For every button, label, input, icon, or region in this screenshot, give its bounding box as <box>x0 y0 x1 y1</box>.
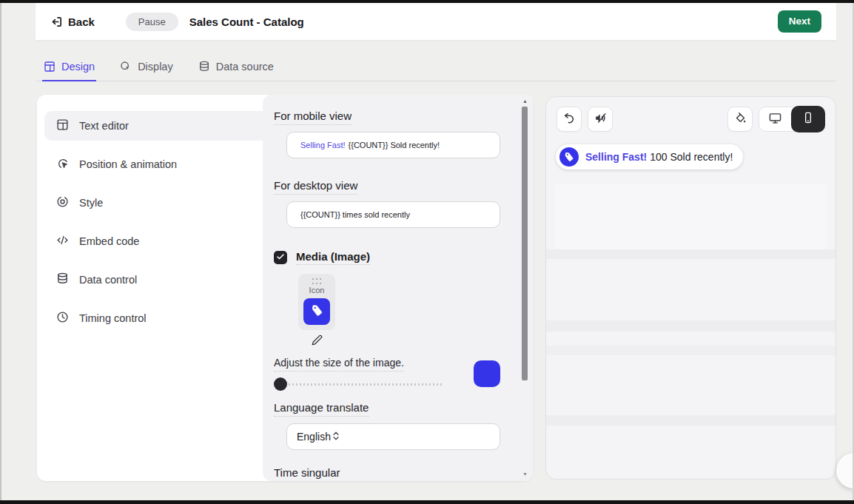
mute-button[interactable] <box>588 107 613 132</box>
time-singular-label: Time singular <box>274 466 340 481</box>
data-source-icon <box>198 61 210 73</box>
page-title: Sales Count - Catalog <box>189 16 304 28</box>
drag-handle-icon <box>312 278 322 285</box>
mobile-text-input[interactable]: Selling Fast! {{COUNT}} Sold recently! <box>286 132 500 158</box>
image-size-section: Adjust the size of the image. <box>274 356 511 391</box>
mobile-view-heading: For mobile view <box>274 110 352 125</box>
sidebar-item-data-control[interactable]: Data control <box>44 265 255 295</box>
notification-message: 100 Sold recently! <box>650 151 733 163</box>
window-frame-left <box>0 0 1 504</box>
mute-icon <box>594 112 607 127</box>
sidebar-item-label: Text editor <box>79 120 129 132</box>
slider-track[interactable] <box>289 383 443 386</box>
preview-panel: Selling Fast!100 Sold recently! <box>545 96 836 480</box>
desktop-view-button[interactable] <box>759 107 791 132</box>
scrollbar-up-arrow[interactable]: ▲ <box>521 98 529 104</box>
sidebar-item-timing-control[interactable]: Timing control <box>44 303 255 333</box>
preview-bg-stripe <box>546 346 835 355</box>
tag-icon <box>311 304 323 320</box>
edit-icon-button[interactable] <box>312 335 323 346</box>
language-translate-label: Language translate <box>274 401 369 417</box>
tab-data-source-label: Data source <box>216 61 274 73</box>
media-image-checkbox[interactable] <box>274 251 287 264</box>
settings-panel: Text editor Position & animation Style <box>37 95 533 481</box>
preview-bg-block <box>555 184 827 249</box>
sidebar-item-label: Data control <box>79 274 137 286</box>
data-control-icon <box>56 272 69 287</box>
device-toggle <box>759 107 825 132</box>
media-image-row: Media (Image) <box>274 250 511 265</box>
header-bar: Back Pause Sales Count - Catalog Next <box>36 3 836 40</box>
design-icon <box>44 61 56 73</box>
embed-code-icon <box>56 234 69 249</box>
tab-display[interactable]: Display <box>118 53 175 81</box>
desktop-text-input[interactable]: {{COUNT}} times sold recently <box>286 201 500 228</box>
mobile-text-highlight: Selling Fast! <box>300 141 346 149</box>
mobile-text-rest: {{COUNT}} Sold recently! <box>349 141 440 149</box>
checkmark-icon <box>276 251 285 264</box>
preview-toolbar <box>546 97 835 132</box>
desktop-text-value: {{COUNT}} times sold recently <box>300 210 410 219</box>
sidebar-item-embed-code[interactable]: Embed code <box>44 226 255 256</box>
display-icon <box>120 61 132 73</box>
image-size-slider[interactable] <box>274 377 474 391</box>
position-animation-icon <box>56 157 69 172</box>
desktop-view-heading: For desktop view <box>274 179 357 195</box>
mobile-view-button[interactable] <box>791 106 825 132</box>
editor-scrollbar[interactable]: ▲ ▼ <box>521 98 529 477</box>
icon-card-label: Icon <box>298 286 335 295</box>
image-size-preview <box>474 360 500 387</box>
monitor-icon <box>769 112 781 127</box>
media-icon-card[interactable]: Icon <box>298 274 335 330</box>
main-tabs: Design Display Data source <box>36 53 836 81</box>
back-icon <box>50 16 63 28</box>
status-badge[interactable]: Pause <box>126 13 178 31</box>
chevrons-up-down-icon <box>331 431 341 443</box>
design-sidebar: Text editor Position & animation Style <box>37 95 263 481</box>
undo-icon <box>563 112 575 127</box>
preview-bg-stripe <box>546 249 835 259</box>
reset-preview-button[interactable] <box>557 107 582 132</box>
image-size-label: Adjust the size of the image. <box>274 357 404 372</box>
preview-bg-stripe <box>546 320 835 332</box>
style-icon <box>56 195 69 210</box>
next-button[interactable]: Next <box>778 10 821 33</box>
tab-design-label: Design <box>61 61 95 73</box>
timing-control-icon <box>56 311 69 326</box>
fill-color-button[interactable] <box>727 107 753 132</box>
language-select-value: English <box>297 431 331 443</box>
back-button[interactable]: Back <box>50 16 95 28</box>
sidebar-item-position-animation[interactable]: Position & animation <box>44 149 255 179</box>
slider-thumb[interactable] <box>274 377 287 391</box>
preview-bg-stripe <box>546 415 835 426</box>
language-select[interactable]: English <box>286 423 500 450</box>
scrollbar-down-arrow[interactable]: ▼ <box>521 471 529 477</box>
text-editor-icon <box>56 118 69 133</box>
media-image-label: Media (Image) <box>296 250 370 265</box>
notification-highlight: Selling Fast! <box>585 151 647 163</box>
tab-data-source[interactable]: Data source <box>197 53 275 81</box>
sidebar-item-label: Style <box>79 197 103 209</box>
sidebar-item-style[interactable]: Style <box>44 188 255 218</box>
smartphone-icon <box>802 112 814 127</box>
window-frame-bottom <box>0 500 854 504</box>
paint-bucket-icon <box>734 112 747 127</box>
media-icon-preview[interactable] <box>303 298 330 325</box>
notification-tag-icon <box>559 147 579 167</box>
text-editor-settings: For mobile view Selling Fast! {{COUNT}} … <box>263 95 533 481</box>
sidebar-item-label: Embed code <box>79 235 139 247</box>
scrollbar-thumb[interactable] <box>522 107 528 380</box>
tab-design[interactable]: Design <box>42 53 96 81</box>
sidebar-item-label: Timing control <box>79 312 147 324</box>
back-label: Back <box>68 16 95 28</box>
sidebar-item-text-editor[interactable]: Text editor <box>44 111 263 141</box>
pencil-icon <box>312 335 323 348</box>
edge-floating-widget[interactable] <box>836 453 854 488</box>
notification-preview[interactable]: Selling Fast!100 Sold recently! <box>556 144 743 169</box>
window-frame-top <box>0 0 854 3</box>
sidebar-item-label: Position & animation <box>79 158 177 170</box>
tab-display-label: Display <box>138 61 173 73</box>
